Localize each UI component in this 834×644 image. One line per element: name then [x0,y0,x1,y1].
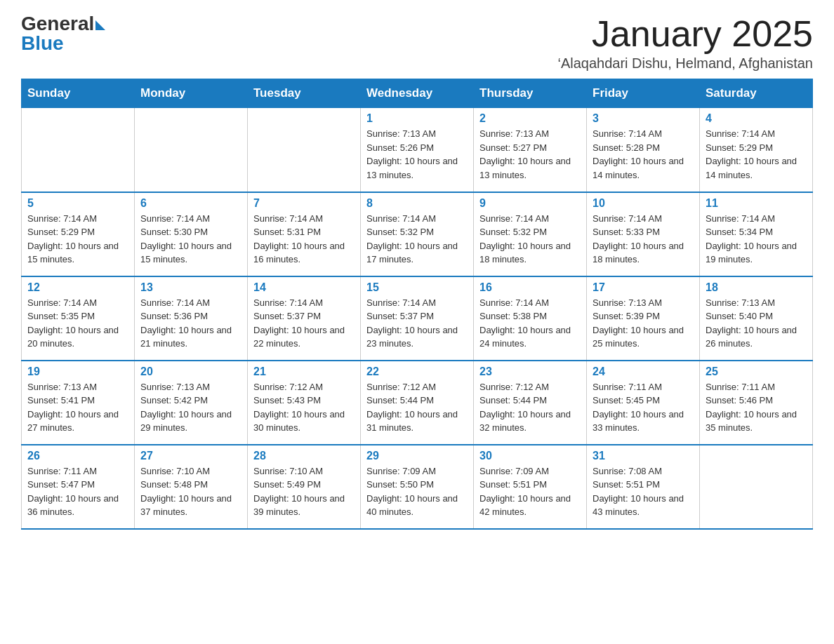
table-row: 4Sunrise: 7:14 AM Sunset: 5:29 PM Daylig… [700,108,813,192]
day-info: Sunrise: 7:12 AM Sunset: 5:44 PM Dayligh… [366,380,468,435]
day-number: 7 [253,197,355,210]
page-header: General Blue January 2025 ‘Alaqahdari Di… [21,14,813,72]
table-row: 8Sunrise: 7:14 AM Sunset: 5:32 PM Daylig… [361,192,474,276]
day-info: Sunrise: 7:14 AM Sunset: 5:29 PM Dayligh… [706,127,807,182]
day-number: 30 [479,450,581,462]
day-info: Sunrise: 7:10 AM Sunset: 5:49 PM Dayligh… [253,464,355,519]
table-row: 1Sunrise: 7:13 AM Sunset: 5:26 PM Daylig… [361,108,474,192]
day-info: Sunrise: 7:14 AM Sunset: 5:36 PM Dayligh… [140,296,241,351]
day-info: Sunrise: 7:13 AM Sunset: 5:27 PM Dayligh… [479,127,581,182]
day-info: Sunrise: 7:14 AM Sunset: 5:31 PM Dayligh… [253,212,355,267]
day-info: Sunrise: 7:13 AM Sunset: 5:39 PM Dayligh… [593,296,694,351]
table-row: 11Sunrise: 7:14 AM Sunset: 5:34 PM Dayli… [700,192,813,276]
day-info: Sunrise: 7:14 AM Sunset: 5:35 PM Dayligh… [27,296,128,351]
table-row: 28Sunrise: 7:10 AM Sunset: 5:49 PM Dayli… [248,445,361,529]
day-info: Sunrise: 7:14 AM Sunset: 5:32 PM Dayligh… [479,212,581,267]
day-number: 24 [593,365,694,378]
calendar-week-row: 26Sunrise: 7:11 AM Sunset: 5:47 PM Dayli… [22,445,813,529]
table-row: 3Sunrise: 7:14 AM Sunset: 5:28 PM Daylig… [587,108,700,192]
logo: General Blue [21,14,105,55]
day-number: 31 [593,450,694,462]
col-thursday: Thursday [474,79,587,108]
day-number: 14 [253,281,355,294]
day-info: Sunrise: 7:13 AM Sunset: 5:26 PM Dayligh… [366,127,468,182]
day-number: 26 [27,450,128,462]
day-info: Sunrise: 7:11 AM Sunset: 5:47 PM Dayligh… [27,464,128,519]
logo-general-text: General [21,14,94,34]
day-number: 13 [140,281,241,294]
table-row: 17Sunrise: 7:13 AM Sunset: 5:39 PM Dayli… [587,276,700,361]
table-row: 14Sunrise: 7:14 AM Sunset: 5:37 PM Dayli… [248,276,361,361]
day-number: 6 [140,197,241,210]
table-row: 26Sunrise: 7:11 AM Sunset: 5:47 PM Dayli… [22,445,135,529]
day-info: Sunrise: 7:10 AM Sunset: 5:48 PM Dayligh… [140,464,241,519]
calendar-header: Sunday Monday Tuesday Wednesday Thursday… [22,79,813,108]
day-number: 16 [479,281,581,294]
day-number: 23 [479,365,581,378]
day-number: 9 [479,197,581,210]
day-number: 2 [479,112,581,125]
table-row: 9Sunrise: 7:14 AM Sunset: 5:32 PM Daylig… [474,192,587,276]
day-number: 29 [366,450,468,462]
table-row: 16Sunrise: 7:14 AM Sunset: 5:38 PM Dayli… [474,276,587,361]
day-number: 5 [27,197,128,210]
table-row: 18Sunrise: 7:13 AM Sunset: 5:40 PM Dayli… [700,276,813,361]
location-subtitle: ‘Alaqahdari Dishu, Helmand, Afghanistan [557,55,813,72]
calendar-week-row: 19Sunrise: 7:13 AM Sunset: 5:41 PM Dayli… [22,361,813,445]
col-monday: Monday [135,79,248,108]
table-row [22,108,135,192]
day-number: 25 [706,365,807,378]
logo-blue-text: Blue [21,32,105,55]
col-wednesday: Wednesday [361,79,474,108]
day-number: 12 [27,281,128,294]
calendar-table: Sunday Monday Tuesday Wednesday Thursday… [21,79,813,530]
day-number: 15 [366,281,468,294]
day-info: Sunrise: 7:14 AM Sunset: 5:38 PM Dayligh… [479,296,581,351]
logo-arrow-icon [95,20,105,30]
day-info: Sunrise: 7:14 AM Sunset: 5:32 PM Dayligh… [366,212,468,267]
table-row: 19Sunrise: 7:13 AM Sunset: 5:41 PM Dayli… [22,361,135,445]
day-info: Sunrise: 7:13 AM Sunset: 5:41 PM Dayligh… [27,380,128,435]
day-number: 28 [253,450,355,462]
table-row: 25Sunrise: 7:11 AM Sunset: 5:46 PM Dayli… [700,361,813,445]
day-info: Sunrise: 7:14 AM Sunset: 5:34 PM Dayligh… [706,212,807,267]
table-row [700,445,813,529]
title-block: January 2025 ‘Alaqahdari Dishu, Helmand,… [557,14,813,72]
table-row: 13Sunrise: 7:14 AM Sunset: 5:36 PM Dayli… [135,276,248,361]
day-info: Sunrise: 7:14 AM Sunset: 5:30 PM Dayligh… [140,212,241,267]
table-row: 21Sunrise: 7:12 AM Sunset: 5:43 PM Dayli… [248,361,361,445]
table-row: 6Sunrise: 7:14 AM Sunset: 5:30 PM Daylig… [135,192,248,276]
day-info: Sunrise: 7:09 AM Sunset: 5:50 PM Dayligh… [366,464,468,519]
day-number: 8 [366,197,468,210]
day-info: Sunrise: 7:12 AM Sunset: 5:43 PM Dayligh… [253,380,355,435]
day-info: Sunrise: 7:14 AM Sunset: 5:37 PM Dayligh… [366,296,468,351]
table-row: 2Sunrise: 7:13 AM Sunset: 5:27 PM Daylig… [474,108,587,192]
table-row: 12Sunrise: 7:14 AM Sunset: 5:35 PM Dayli… [22,276,135,361]
calendar-body: 1Sunrise: 7:13 AM Sunset: 5:26 PM Daylig… [22,108,813,529]
table-row: 10Sunrise: 7:14 AM Sunset: 5:33 PM Dayli… [587,192,700,276]
calendar-week-row: 5Sunrise: 7:14 AM Sunset: 5:29 PM Daylig… [22,192,813,276]
table-row: 27Sunrise: 7:10 AM Sunset: 5:48 PM Dayli… [135,445,248,529]
days-of-week-row: Sunday Monday Tuesday Wednesday Thursday… [22,79,813,108]
day-number: 11 [706,197,807,210]
day-number: 19 [27,365,128,378]
table-row: 7Sunrise: 7:14 AM Sunset: 5:31 PM Daylig… [248,192,361,276]
table-row: 23Sunrise: 7:12 AM Sunset: 5:44 PM Dayli… [474,361,587,445]
table-row [248,108,361,192]
day-info: Sunrise: 7:09 AM Sunset: 5:51 PM Dayligh… [479,464,581,519]
day-number: 20 [140,365,241,378]
day-number: 21 [253,365,355,378]
calendar-week-row: 12Sunrise: 7:14 AM Sunset: 5:35 PM Dayli… [22,276,813,361]
calendar-week-row: 1Sunrise: 7:13 AM Sunset: 5:26 PM Daylig… [22,108,813,192]
col-friday: Friday [587,79,700,108]
table-row: 30Sunrise: 7:09 AM Sunset: 5:51 PM Dayli… [474,445,587,529]
day-number: 27 [140,450,241,462]
day-info: Sunrise: 7:12 AM Sunset: 5:44 PM Dayligh… [479,380,581,435]
day-info: Sunrise: 7:14 AM Sunset: 5:29 PM Dayligh… [27,212,128,267]
table-row: 31Sunrise: 7:08 AM Sunset: 5:51 PM Dayli… [587,445,700,529]
day-info: Sunrise: 7:14 AM Sunset: 5:28 PM Dayligh… [593,127,694,182]
table-row [135,108,248,192]
day-number: 10 [593,197,694,210]
table-row: 29Sunrise: 7:09 AM Sunset: 5:50 PM Dayli… [361,445,474,529]
col-sunday: Sunday [22,79,135,108]
